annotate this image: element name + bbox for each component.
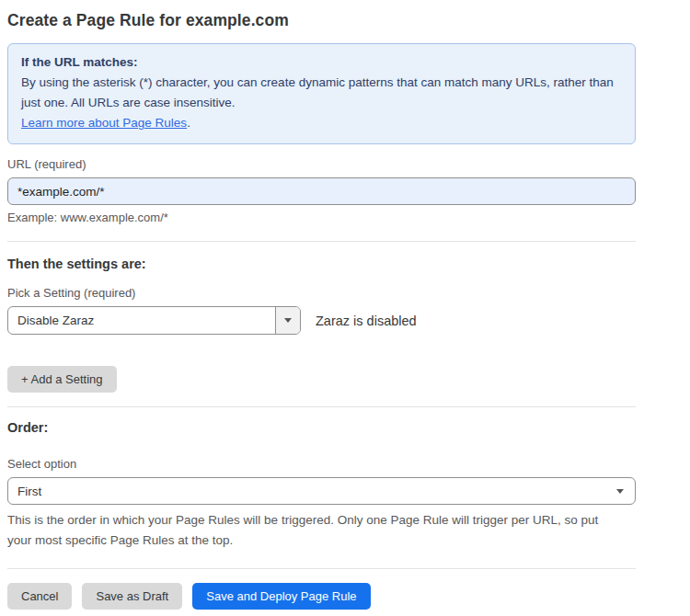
setting-select-value: Disable Zaraz	[8, 307, 275, 334]
footer-actions: Cancel Save as Draft Save and Deploy Pag…	[7, 583, 636, 610]
order-section-heading: Order:	[7, 420, 636, 435]
setting-status-text: Zaraz is disabled	[316, 314, 417, 328]
setting-select-caret-button[interactable]	[275, 307, 300, 334]
order-help-text: This is the order in which your Page Rul…	[7, 510, 624, 551]
order-select-label: Select option	[7, 457, 636, 471]
link-suffix: .	[187, 116, 190, 130]
order-select-value: First	[17, 485, 41, 498]
setting-row: Disable Zaraz Zaraz is disabled	[7, 306, 636, 335]
divider	[7, 406, 636, 407]
chevron-down-icon	[616, 489, 624, 494]
divider	[7, 568, 636, 569]
add-setting-button[interactable]: + Add a Setting	[7, 366, 117, 393]
page-rule-form: Create a Page Rule for example.com If th…	[0, 11, 690, 610]
info-box-heading: If the URL matches:	[21, 52, 622, 73]
save-and-deploy-button[interactable]: Save and Deploy Page Rule	[192, 583, 370, 610]
divider	[7, 241, 636, 242]
settings-section-heading: Then the settings are:	[7, 257, 636, 271]
url-field-label: URL (required)	[7, 157, 636, 171]
page-title: Create a Page Rule for example.com	[7, 11, 636, 30]
url-example-text: Example: www.example.com/*	[7, 211, 636, 224]
cancel-button[interactable]: Cancel	[7, 583, 72, 610]
info-box-body-text: By using the asterisk (*) character, you…	[21, 75, 614, 109]
order-select[interactable]: First	[7, 477, 636, 505]
chevron-down-icon	[284, 318, 292, 323]
learn-more-link[interactable]: Learn more about Page Rules	[21, 116, 187, 130]
info-box-body: By using the asterisk (*) character, you…	[21, 73, 622, 133]
url-input[interactable]	[7, 177, 636, 205]
save-as-draft-button[interactable]: Save as Draft	[82, 583, 182, 610]
setting-select[interactable]: Disable Zaraz	[7, 306, 301, 335]
pick-setting-label: Pick a Setting (required)	[7, 286, 636, 300]
url-match-info-box: If the URL matches: By using the asteris…	[7, 43, 636, 144]
